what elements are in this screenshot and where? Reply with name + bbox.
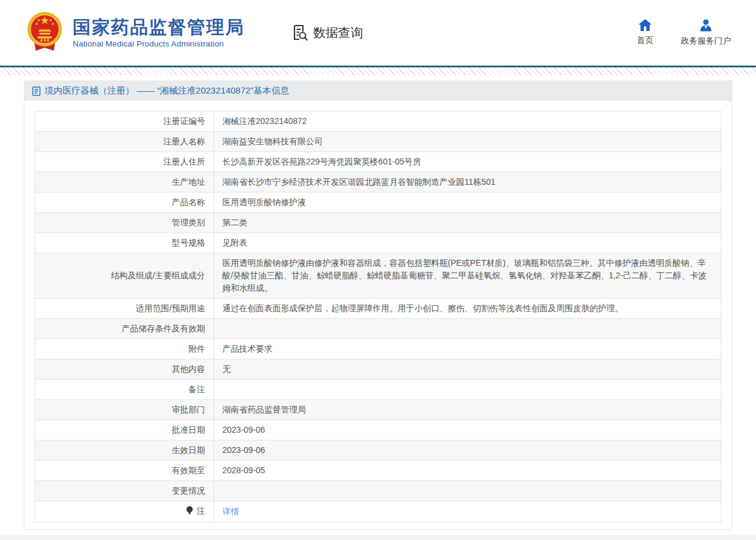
row-value: 通过在创面表面形成保护层，起物理屏障作用。用于小创口、擦伤、切割伤等浅表性创面及… [214,299,721,319]
breadcrumb: 境内医疗器械（注册） —— “湘械注准20232140872”基本信息 [24,81,732,101]
row-label: 生效日期 [35,440,214,461]
nav-home-label: 首页 [637,35,653,46]
row-value [214,380,721,400]
row-label-text: 审批部门 [172,405,205,414]
table-row: 生产地址 湖南省长沙市宁乡经济技术开发区谐园北路蓝月谷智能制造产业园11栋501 [35,172,721,193]
row-value: 产品技术要求 [214,339,721,359]
site-header: 国家药品监督管理局 National Medical Products Admi… [0,0,756,66]
row-label-text: 型号规格 [172,238,205,247]
row-value: 详情 [214,501,721,523]
row-value: 长沙高新开发区谷苑路229号海凭园聚英楼601-05号房 [214,152,721,172]
row-label-text: 其他内容 [172,364,205,374]
row-label: 注册证编号 [35,111,214,132]
row-value: 湖南省长沙市宁乡经济技术开发区谐园北路蓝月谷智能制造产业园11栋501 [214,172,721,193]
row-label-text: 产品储存条件及有效期 [122,324,205,333]
table-row: 结构及组成/主要组成成分 医用透明质酸钠修护液由修护液和容器组成，容器包括塑料瓶… [35,253,721,299]
row-label: 产品储存条件及有效期 [35,319,214,339]
row-label-text: 备注 [188,384,205,394]
table-row: 产品储存条件及有效期 [35,319,721,339]
row-label: 管理类别 [35,213,214,233]
hatch-band [0,67,756,75]
nav-portal[interactable]: 政务服务门户 [681,19,731,46]
row-label: 注册人名称 [35,132,214,152]
row-label: 产品名称 [35,193,214,213]
table-row: 变更情况 [35,481,721,501]
document-search-icon [291,24,309,42]
row-value: 医用透明质酸钠修护液由修护液和容器组成，容器包括塑料瓶(PE或PET材质)、玻璃… [214,253,721,299]
home-icon [639,19,652,31]
row-value: 湘械注准20232140872 [214,111,721,132]
row-value: 湖南省药品监督管理局 [214,400,721,420]
table-row: 注册证编号 湘械注准20232140872 [35,111,721,132]
row-label: 备注 [35,380,214,400]
site-title: 国家药品监督管理局 [73,17,244,38]
user-icon [699,19,712,32]
row-label: 批准日期 [35,420,214,440]
site-subtitle: National Medical Products Administration [73,39,244,48]
table-row: 备注 [35,380,721,400]
row-label-text: 附件 [188,344,205,353]
row-label: 生产地址 [35,172,214,193]
row-value: 医用透明质酸钠修护液 [214,193,721,213]
table-row: 生效日期 2023-09-06 [35,440,721,461]
row-value: 第二类 [214,213,721,233]
nav-home[interactable]: 首页 [637,19,653,46]
row-value [214,319,721,339]
table-row: 其他内容 无 [35,359,721,380]
row-label: 型号规格 [35,233,214,253]
main-content: 境内医疗器械（注册） —— “湘械注准20232140872”基本信息 注册证编… [0,75,756,533]
row-label: 其他内容 [35,359,214,380]
detail-panel: 境内医疗器械（注册） —— “湘械注准20232140872”基本信息 注册证编… [24,80,732,530]
row-value: 2023-09-06 [214,440,721,461]
row-label-text: 变更情况 [172,486,205,495]
table-row: 注册人住所 长沙高新开发区谷苑路229号海凭园聚英楼601-05号房 [35,152,721,172]
data-query-tab[interactable]: 数据查询 [291,24,363,42]
table-row: 适用范围/预期用途 通过在创面表面形成保护层，起物理屏障作用。用于小创口、擦伤、… [35,299,721,319]
nav-portal-label: 政务服务门户 [681,36,731,46]
table-row: 产品名称 医用透明质酸钠修护液 [35,193,721,213]
row-label-text: 注 [197,506,205,516]
footer-strip [0,535,756,540]
row-label-text: 注册人住所 [163,157,205,166]
row-label-text: 批准日期 [172,425,205,435]
row-label: 结构及组成/主要组成成分 [35,253,214,299]
note-icon [186,506,193,519]
row-value [214,481,721,501]
national-emblem-icon [25,11,64,54]
data-query-label: 数据查询 [313,24,363,41]
row-value: 湖南益安生物科技有限公司 [214,132,721,152]
row-label: 注册人住所 [35,152,214,172]
table-row: 有效期至 2028-09-05 [35,461,721,481]
breadcrumb-text: 境内医疗器械（注册） —— “湘械注准20232140872”基本信息 [45,85,289,97]
row-label: 变更情况 [35,481,214,501]
header-nav: 首页 政务服务门户 [637,19,731,46]
row-label-text: 注册证编号 [163,116,205,126]
row-label-text: 管理类别 [172,218,205,227]
row-value: 无 [214,359,721,380]
row-label-text: 适用范围/预期用途 [136,303,205,313]
row-label-text: 生效日期 [172,445,205,455]
document-icon [32,86,41,96]
row-label-text: 产品名称 [172,197,205,207]
table-row: 型号规格 见附表 [35,233,721,253]
row-label: 适用范围/预期用途 [35,299,214,319]
row-value: 2023-09-06 [214,420,721,440]
row-label-text: 结构及组成/主要组成成分 [111,271,205,280]
table-row: 批准日期 2023-09-06 [35,420,721,440]
row-label: 有效期至 [35,461,214,481]
row-label-text: 生产地址 [172,177,205,187]
row-value: 2028-09-05 [214,461,721,481]
row-label: 审批部门 [35,400,214,420]
nmpa-logo-link[interactable]: 国家药品监督管理局 National Medical Products Admi… [25,11,244,54]
detail-link[interactable]: 详情 [222,507,239,516]
row-value: 见附表 [214,233,721,253]
info-table: 注册证编号 湘械注准20232140872 注册人名称 湖南益安生物科技有限公司 [35,111,721,523]
row-label-text: 有效期至 [172,465,205,475]
table-row: 注册人名称 湖南益安生物科技有限公司 [35,132,721,152]
table-row: 审批部门 湖南省药品监督管理局 [35,400,721,420]
table-row: 管理类别 第二类 [35,213,721,233]
row-label: 附件 [35,339,214,359]
table-row: 注 详情 [35,501,721,523]
table-row: 附件 产品技术要求 [35,339,721,359]
row-label-text: 注册人名称 [163,136,205,146]
